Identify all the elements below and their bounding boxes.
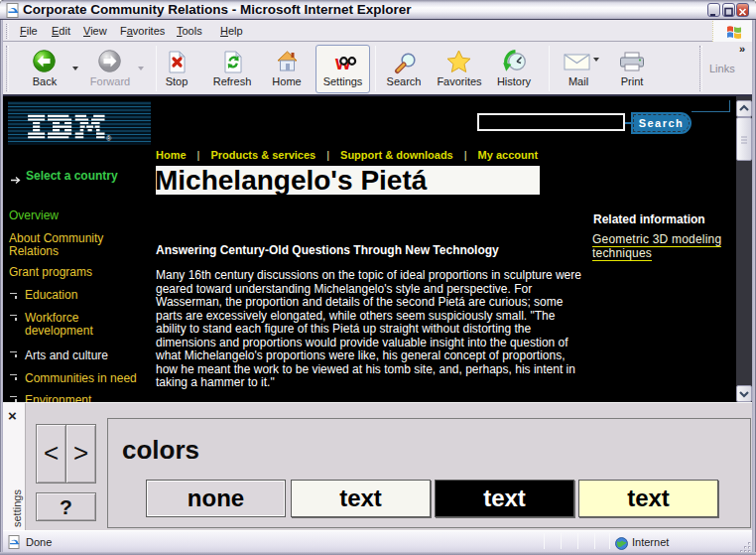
svg-text:®: ® [106,135,112,142]
